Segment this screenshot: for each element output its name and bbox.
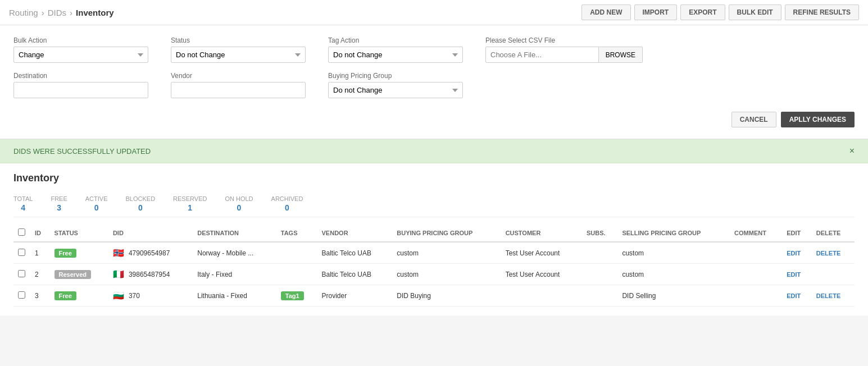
delete-link[interactable]: DELETE xyxy=(816,250,840,257)
row-selling-pricing-group: custom xyxy=(617,242,730,264)
row-checkbox[interactable] xyxy=(18,291,25,299)
row-comment xyxy=(730,242,782,264)
flag-icon: 🇳🇴 xyxy=(113,248,124,258)
row-tags xyxy=(276,242,317,264)
stats-row: TOTAL4FREE3ACTIVE0BLOCKED0RESERVED1ON HO… xyxy=(13,191,855,217)
buying-pricing-group-select[interactable]: Do not Change xyxy=(328,82,463,98)
row-tags xyxy=(276,264,317,285)
destination-input[interactable] xyxy=(13,82,148,98)
stat-value[interactable]: 0 xyxy=(237,203,242,212)
row-destination: Lithuania - Fixed xyxy=(193,285,276,306)
row-customer: Test User Account xyxy=(501,242,582,264)
status-label: Status xyxy=(171,36,306,44)
edit-link[interactable]: EDIT xyxy=(787,250,801,257)
breadcrumb: Routing › DIDs › Inventory xyxy=(9,8,114,17)
row-did: 🇧🇬370 xyxy=(108,285,193,306)
breadcrumb-sep2: › xyxy=(70,8,72,17)
refine-results-button[interactable]: REFINE RESULTS xyxy=(785,4,859,20)
select-all-checkbox[interactable] xyxy=(18,228,25,236)
col-header-status: STATUS xyxy=(50,224,108,242)
row-checkbox[interactable] xyxy=(18,249,25,256)
row-did: 🇮🇹39865487954 xyxy=(108,264,193,285)
table-row: 1Free🇳🇴47909654987Norway - Mobile ...Bal… xyxy=(13,242,855,264)
csv-group: Please Select CSV File BROWSE xyxy=(485,36,643,63)
buying-pricing-group-label: Buying Pricing Group xyxy=(328,72,463,80)
status-badge: Free xyxy=(54,291,76,300)
stat-value[interactable]: 0 xyxy=(285,203,289,212)
row-id: 2 xyxy=(30,264,50,285)
col-header-comment: COMMENT xyxy=(730,224,782,242)
cancel-button[interactable]: CANCEL xyxy=(731,112,776,127)
row-vendor: Baltic Telco UAB xyxy=(317,242,393,264)
inventory-table: IDSTATUSDIDDESTINATIONTAGSVENDORBUYING P… xyxy=(13,224,855,306)
row-delete xyxy=(812,264,855,285)
row-subs xyxy=(582,285,618,306)
row-status: Free xyxy=(50,242,108,264)
export-button[interactable]: EXPORT xyxy=(680,4,725,20)
vendor-input[interactable] xyxy=(171,82,306,98)
apply-changes-button[interactable]: APLLY CHANGES xyxy=(781,112,855,127)
breadcrumb-inventory: Inventory xyxy=(76,8,114,17)
row-status: Free xyxy=(50,285,108,306)
stat-value[interactable]: 0 xyxy=(138,203,143,212)
stat-item: RESERVED1 xyxy=(173,195,207,212)
bulk-action-label: Bulk Action xyxy=(13,36,148,44)
bulk-edit-button[interactable]: BULK EDIT xyxy=(729,4,781,20)
col-header-buying-pricing-group: BUYING PRICING GROUP xyxy=(392,224,501,242)
row-customer: Test User Account xyxy=(501,264,582,285)
vendor-label: Vendor xyxy=(171,72,306,80)
stat-label: ON HOLD xyxy=(225,195,253,202)
col-header-edit: EDIT xyxy=(782,224,812,242)
row-destination: Italy - Fixed xyxy=(193,264,276,285)
top-bar: Routing › DIDs › Inventory ADD NEW IMPOR… xyxy=(0,0,868,25)
row-comment xyxy=(730,264,782,285)
breadcrumb-routing[interactable]: Routing xyxy=(9,8,38,17)
tag-action-select[interactable]: Do not Change Add Remove Replace xyxy=(328,47,463,63)
row-edit: EDIT xyxy=(782,242,812,264)
stat-label: ARCHIVED xyxy=(271,195,303,202)
row-selling-pricing-group: custom xyxy=(617,264,730,285)
row-id: 1 xyxy=(30,242,50,264)
row-tags: Tag1 xyxy=(276,285,317,306)
stat-item: BLOCKED0 xyxy=(126,195,156,212)
stat-item: ON HOLD0 xyxy=(225,195,253,212)
row-edit: EDIT xyxy=(782,285,812,306)
browse-button[interactable]: BROWSE xyxy=(599,47,643,63)
flag-icon: 🇮🇹 xyxy=(113,269,124,280)
vendor-group: Vendor xyxy=(171,72,306,98)
stat-value[interactable]: 0 xyxy=(94,203,99,212)
top-actions: ADD NEW IMPORT EXPORT BULK EDIT REFINE R… xyxy=(581,4,859,20)
stat-item: ACTIVE0 xyxy=(85,195,108,212)
edit-link[interactable]: EDIT xyxy=(787,271,801,278)
import-button[interactable]: IMPORT xyxy=(634,4,678,20)
did-number: 47909654987 xyxy=(129,249,170,257)
breadcrumb-dids[interactable]: DIDs xyxy=(48,8,66,17)
add-new-button[interactable]: ADD NEW xyxy=(581,4,630,20)
row-selling-pricing-group: DID Selling xyxy=(617,285,730,306)
status-badge: Free xyxy=(54,249,76,258)
status-select[interactable]: Do not Change Free Reserved Active Block… xyxy=(171,47,306,63)
status-badge: Reserved xyxy=(54,270,92,279)
stat-value[interactable]: 1 xyxy=(188,203,192,212)
table-header-row: IDSTATUSDIDDESTINATIONTAGSVENDORBUYING P… xyxy=(13,224,855,242)
row-status: Reserved xyxy=(50,264,108,285)
bulk-panel: Bulk Action Change Delete Status Do not … xyxy=(0,25,868,139)
stat-value[interactable]: 3 xyxy=(57,203,61,212)
row-delete: DELETE xyxy=(812,242,855,264)
inventory-section: Inventory TOTAL4FREE3ACTIVE0BLOCKED0RESE… xyxy=(0,163,868,315)
row-checkbox[interactable] xyxy=(18,270,25,277)
stat-value[interactable]: 4 xyxy=(21,203,25,212)
row-buying-pricing-group: custom xyxy=(392,264,501,285)
col-header-id: ID xyxy=(30,224,50,242)
tag-action-label: Tag Action xyxy=(328,36,463,44)
close-success-button[interactable]: × xyxy=(849,146,855,156)
bulk-action-select[interactable]: Change Delete xyxy=(13,47,148,63)
row-comment xyxy=(730,285,782,306)
csv-file-input[interactable] xyxy=(485,47,599,63)
col-header-selling-pricing-group: SELLING PRICING GROUP xyxy=(617,224,730,242)
stat-label: FREE xyxy=(51,195,67,202)
row-customer xyxy=(501,285,582,306)
edit-link[interactable]: EDIT xyxy=(787,292,801,299)
did-number: 370 xyxy=(129,292,140,300)
delete-link[interactable]: DELETE xyxy=(816,292,840,299)
